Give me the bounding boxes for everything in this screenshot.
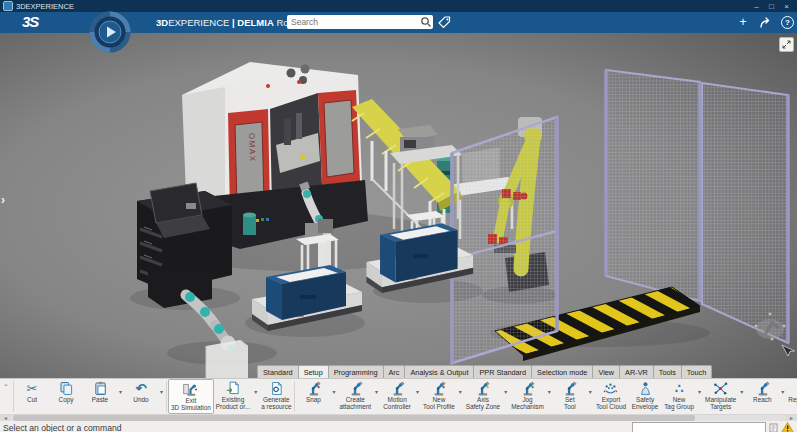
export-tool-cloud-button[interactable]: ExportTool Cloud (594, 379, 628, 414)
manipulate-targets-icon (711, 380, 731, 397)
undo-icon: ↶ (131, 380, 151, 397)
jog-mechanism-dropdown-caret[interactable]: ▾ (546, 379, 553, 414)
tag-icon[interactable] (437, 15, 452, 30)
copy-icon (56, 380, 76, 397)
undo-button[interactable]: ↶Undo (124, 379, 158, 414)
status-message: Select an object or a command (3, 423, 121, 432)
copy-button[interactable]: Copy (49, 379, 83, 414)
existing-product-icon (223, 380, 243, 397)
create-attachment-dropdown-caret[interactable]: ▾ (373, 379, 380, 414)
button-label: Copy (59, 397, 74, 404)
button-label: Targets (710, 404, 731, 411)
paste-button[interactable]: Paste (83, 379, 117, 414)
button-label: attachment (339, 404, 371, 411)
reach-button[interactable]: Reach (745, 379, 779, 414)
existing-product-or-button[interactable]: ExistingProduct or... (214, 379, 252, 414)
tab-tools[interactable]: Tools (653, 365, 682, 378)
button-label: Reach (753, 397, 771, 404)
command-list-icon[interactable] (769, 423, 778, 432)
set-tool-dropdown-caret[interactable]: ▾ (587, 379, 594, 414)
cut-button[interactable]: ✂Cut (15, 379, 49, 414)
motion-controller-dropdown-caret[interactable]: ▾ (414, 379, 421, 414)
panel-expander-chevron[interactable]: › (1, 193, 5, 207)
tab-view[interactable]: View (592, 365, 620, 378)
tab-arc[interactable]: Arc (383, 365, 406, 378)
tab-programming[interactable]: Programming (328, 365, 384, 378)
brand-prefix: 3D (156, 17, 168, 28)
share-icon[interactable] (759, 16, 772, 29)
add-content-button[interactable]: + (736, 14, 750, 30)
tab-touch[interactable]: Touch (681, 365, 712, 378)
new-tag-group-dropdown-caret[interactable]: ▾ (696, 379, 703, 414)
tab-ppr-standard[interactable]: PPR Standard (473, 365, 532, 378)
reposition-tool-button[interactable]: Repositiontool (786, 379, 797, 414)
tab-analysis-output[interactable]: Analysis & Output (404, 365, 474, 378)
new-tag-group-button[interactable]: ∴NewTag Group (662, 379, 696, 414)
application-window: 3DEXPERIENCE – □ × 3S 3DEXPERIENCE | DEL… (0, 0, 797, 432)
viewport-3d[interactable]: OMAX (0, 33, 797, 378)
manipulate-targets-button[interactable]: ManipulateTargets (703, 379, 738, 414)
existing-product-or-dropdown-caret[interactable]: ▾ (252, 379, 259, 414)
axis-safety-zone-icon (473, 380, 493, 397)
exit-3d-simulation-button[interactable]: Exit3D Simulation (168, 379, 214, 414)
jog-mechanism-button[interactable]: JogMechanism (509, 379, 546, 414)
search-icon[interactable] (419, 15, 433, 29)
button-label: Tool Cloud (596, 404, 626, 411)
safety-fence-front[interactable] (452, 117, 557, 363)
search-box[interactable] (287, 15, 433, 29)
machine-brand-label: OMAX (247, 133, 257, 163)
snap-button[interactable]: Snap (296, 379, 330, 414)
new-tool-profile-icon (429, 380, 449, 397)
snap-dropdown-caret[interactable]: ▾ (330, 379, 337, 414)
dassault-logo[interactable]: 3S (22, 13, 38, 30)
exit-simulation-icon (181, 381, 201, 398)
paste-dropdown-caret[interactable]: ▾ (117, 379, 124, 414)
window-title: 3DEXPERIENCE (16, 2, 74, 11)
warning-icon[interactable] (781, 422, 794, 432)
ribbon-buttons: ✂CutCopyPaste▾↶Undo▾Exit3D SimulationExi… (15, 379, 797, 414)
scene-3d[interactable]: OMAX (0, 33, 797, 378)
create-attachment-icon (345, 380, 365, 397)
button-label: a resource (261, 404, 291, 411)
reach-dropdown-caret[interactable]: ▾ (779, 379, 786, 414)
reposition-tool-icon (793, 380, 797, 397)
button-label: Paste (92, 397, 108, 404)
ribbon-collapse-chevron[interactable]: ⌄ (0, 379, 12, 414)
tab-ar-vr[interactable]: AR-VR (619, 365, 654, 378)
motion-controller-button[interactable]: MotionController (380, 379, 414, 414)
expand-viewport-button[interactable] (779, 37, 794, 52)
app-name: | DELMIA (232, 17, 274, 28)
search-input[interactable] (287, 17, 419, 27)
app-header: 3S 3DEXPERIENCE | DELMIA Robot Programmi… (0, 12, 797, 33)
maximize-button[interactable]: □ (764, 1, 779, 12)
close-button[interactable]: × (779, 1, 794, 12)
scrollbar-thumb[interactable] (13, 415, 695, 421)
undo-dropdown-caret[interactable]: ▾ (158, 379, 165, 414)
command-input[interactable] (632, 422, 766, 432)
axis-safety-zone-button[interactable]: AxisSafety Zone (464, 379, 502, 414)
set-tool-icon (560, 380, 580, 397)
safety-envelope-button[interactable]: SafetyEnvelope (628, 379, 662, 414)
scrollbar-track[interactable] (11, 415, 786, 421)
set-tool-button[interactable]: SetTool (553, 379, 587, 414)
paste-icon (90, 380, 110, 397)
3dexperience-compass-icon[interactable] (88, 10, 132, 54)
button-label: Tool Profile (423, 404, 455, 411)
button-label: Product or... (216, 404, 250, 411)
manipulate-targets-dropdown-caret[interactable]: ▾ (738, 379, 745, 414)
help-icon[interactable]: ? (781, 16, 794, 29)
generate-resource-icon (266, 380, 286, 397)
create-attachment-button[interactable]: Createattachment (337, 379, 373, 414)
tab-setup[interactable]: Setup (298, 365, 329, 378)
ribbon-tabs: StandardSetupProgrammingArcAnalysis & Ou… (257, 365, 711, 378)
minimize-button[interactable]: – (749, 1, 764, 12)
new-tool-profile-dropdown-caret[interactable]: ▾ (457, 379, 464, 414)
generate-a-resource-button[interactable]: Generatea resource (259, 379, 293, 414)
button-label: Mechanism (511, 404, 544, 411)
safety-envelope-icon (635, 380, 655, 397)
new-tool-profile-button[interactable]: NewTool Profile (421, 379, 457, 414)
tab-selection-mode[interactable]: Selection mode (531, 365, 593, 378)
axis-safety-zone-dropdown-caret[interactable]: ▾ (502, 379, 509, 414)
tab-standard[interactable]: Standard (257, 365, 299, 378)
ribbon-scrollbar[interactable]: ◄ ► (0, 414, 797, 421)
